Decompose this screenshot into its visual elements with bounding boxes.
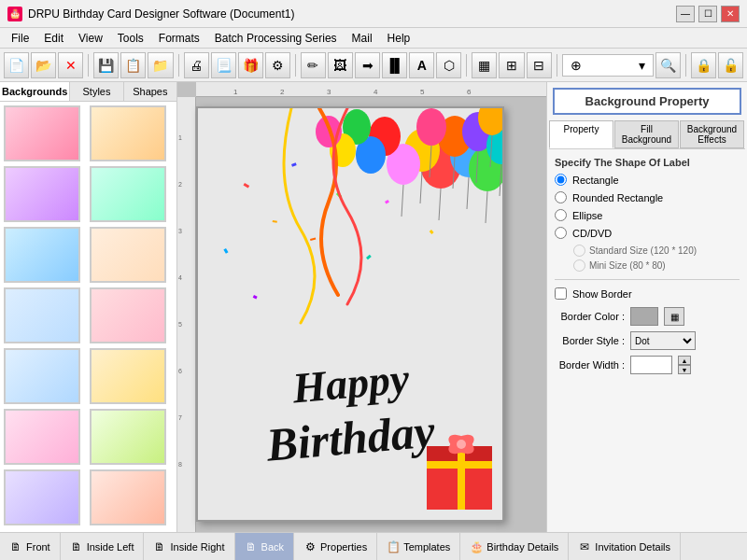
prop-tab-fill[interactable]: Fill Background [614, 120, 679, 148]
gift-button[interactable]: 🎁 [238, 52, 263, 78]
bg-thumb-4[interactable] [4, 227, 80, 283]
border-width-down[interactable]: ▼ [678, 365, 691, 374]
bg-thumb-0[interactable] [4, 105, 80, 161]
folder-button[interactable]: 📁 [148, 52, 173, 78]
tab-backgrounds[interactable]: Backgrounds [0, 82, 70, 101]
divider-1 [555, 279, 740, 280]
zoom-fit-button[interactable]: ⊕ [567, 52, 585, 78]
close-button[interactable]: ✕ [721, 6, 740, 22]
bg-thumb-8[interactable] [4, 348, 80, 404]
bottom-tab-front[interactable]: 🗎Front [0, 533, 61, 560]
menu-item-formats[interactable]: Formats [151, 30, 207, 47]
unlock-button[interactable]: 🔓 [718, 52, 743, 78]
pen-button[interactable]: ✏ [301, 52, 326, 78]
save-as-button[interactable]: 📋 [120, 52, 146, 78]
bg-thumb-6[interactable] [4, 287, 80, 343]
bg-thumb-11[interactable] [90, 409, 166, 465]
table-button[interactable]: ▦ [472, 52, 497, 78]
border-width-label: Border Width : [555, 359, 625, 371]
cd-mini-radio[interactable] [573, 259, 585, 272]
grid-button[interactable]: ⊞ [499, 52, 524, 78]
bg-thumb-13[interactable] [90, 469, 166, 525]
menu-item-edit[interactable]: Edit [36, 30, 71, 47]
shape-rectangle-radio[interactable] [555, 174, 567, 186]
menu-item-view[interactable]: View [71, 30, 110, 47]
toolbar-separator-2 [178, 54, 179, 77]
print2-button[interactable]: 📃 [211, 52, 236, 78]
border-width-input[interactable]: 1 [630, 356, 672, 374]
shape-rectangle-label: Rectangle [572, 175, 619, 186]
zoom-dropdown-button[interactable]: ▾ [636, 52, 649, 78]
bottom-tab-icon-1: 🗎 [70, 540, 83, 553]
maximize-button[interactable]: ☐ [698, 6, 717, 22]
cd-standard-radio[interactable] [573, 245, 585, 257]
main-content: Backgrounds Styles Shapes 1 2 3 4 5 6 1 … [0, 82, 747, 532]
border-color-picker-button[interactable]: ▦ [664, 307, 684, 326]
symbol-button[interactable]: ⬡ [436, 52, 461, 78]
zoom-out-button[interactable]: 🔍 [655, 52, 681, 78]
menu-item-mail[interactable]: Mail [345, 30, 380, 47]
tab-styles[interactable]: Styles [70, 82, 123, 101]
bottom-tab-invitation-details[interactable]: ✉Invitation Details [569, 533, 681, 560]
ruler-vmark-8: 8 [178, 461, 182, 468]
toolbar: 📄 📂 ✕ 💾 📋 📁 🖨 📃 🎁 ⚙ ✏ 🖼 ➡ ▐▌ A ⬡ ▦ ⊞ ⊟ ⊕… [0, 49, 747, 82]
border-style-row: Border Style : Dot Solid Dash DashDot [555, 331, 740, 350]
right-panel: Background Property Property Fill Backgr… [546, 82, 747, 532]
bottom-tab-inside-right[interactable]: 🗎Inside Right [144, 533, 234, 560]
show-border-label: Show Border [572, 288, 632, 300]
open-button[interactable]: 📂 [31, 52, 56, 78]
border-color-swatch[interactable] [630, 307, 658, 326]
image-button[interactable]: 🖼 [328, 52, 353, 78]
menu-item-help[interactable]: Help [380, 30, 418, 47]
menu-item-batch-processing-series[interactable]: Batch Processing Series [207, 30, 345, 47]
bg-thumb-12[interactable] [4, 469, 80, 525]
bg-thumb-2[interactable] [4, 166, 80, 222]
align-button[interactable]: ⊟ [527, 52, 552, 78]
bg-thumb-3[interactable] [90, 166, 166, 222]
tab-shapes[interactable]: Shapes [124, 82, 176, 101]
shape-rounded-label: Rounded Rectangle [572, 192, 663, 203]
bottom-tab-label-2: Inside Right [170, 541, 224, 553]
menu-item-tools[interactable]: Tools [110, 30, 151, 47]
show-border-checkbox[interactable] [555, 287, 567, 300]
shape-ellipse-radio[interactable] [555, 209, 567, 221]
bg-thumb-10[interactable] [4, 409, 80, 465]
delete-button[interactable]: ✕ [58, 52, 83, 78]
bottom-tab-templates[interactable]: 📋Templates [377, 533, 460, 560]
property-header: Background Property [553, 88, 741, 115]
toolbar-separator-5 [557, 54, 557, 77]
border-width-up[interactable]: ▲ [678, 356, 691, 365]
bg-thumb-5[interactable] [90, 227, 166, 283]
bg-thumb-1[interactable] [90, 105, 166, 161]
card-canvas[interactable]: Happy Birthday [196, 106, 504, 522]
minimize-button[interactable]: — [676, 6, 695, 22]
bottom-tab-icon-7: ✉ [578, 540, 591, 553]
prop-tab-property[interactable]: Property [549, 120, 613, 148]
new-button[interactable]: 📄 [4, 52, 29, 78]
bg-thumb-9[interactable] [90, 348, 166, 404]
prop-tab-effects[interactable]: Background Effects [680, 120, 744, 148]
shape-rounded-radio[interactable] [555, 191, 567, 203]
property-tabs: Property Fill Background Background Effe… [549, 120, 745, 149]
bottom-tab-icon-0: 🗎 [9, 540, 22, 553]
text-button[interactable]: A [409, 52, 434, 78]
bottom-tab-properties[interactable]: ⚙Properties [294, 533, 377, 560]
shape-cddvd-radio[interactable] [555, 227, 567, 239]
print-button[interactable]: 🖨 [184, 52, 209, 78]
zoom-input[interactable]: 100% [587, 59, 634, 72]
border-style-select[interactable]: Dot Solid Dash DashDot [630, 331, 696, 350]
bottom-tab-birthday-details[interactable]: 🎂Birthday Details [460, 533, 569, 560]
settings-button[interactable]: ⚙ [265, 52, 290, 78]
menu-item-file[interactable]: File [4, 30, 36, 47]
app-icon: 🎂 [7, 7, 22, 21]
bottom-tab-label-5: Templates [403, 541, 450, 553]
save-button[interactable]: 💾 [93, 52, 119, 78]
bottom-tab-icon-2: 🗎 [153, 540, 166, 553]
barcode-button[interactable]: ▐▌ [382, 52, 407, 78]
lock-button[interactable]: 🔒 [691, 52, 716, 78]
bottom-tab-inside-left[interactable]: 🗎Inside Left [61, 533, 145, 560]
bg-thumb-7[interactable] [90, 287, 166, 343]
arrow-button[interactable]: ➡ [355, 52, 380, 78]
ruler-mark-5: 5 [420, 88, 424, 96]
bottom-tab-back[interactable]: 🗎Back [235, 533, 294, 560]
